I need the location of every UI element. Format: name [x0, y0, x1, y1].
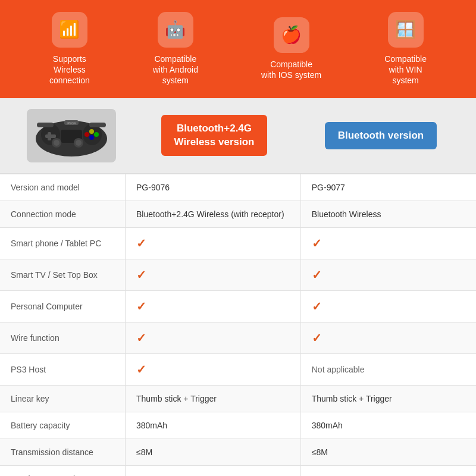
version1-col[interactable]: Bluetooth+2.4GWireless version: [131, 115, 298, 155]
version1-badge[interactable]: Bluetooth+2.4GWireless version: [161, 115, 268, 155]
version1-label: Bluetooth+2.4GWireless version: [174, 123, 255, 147]
version2-col[interactable]: Bluetooth version: [298, 122, 464, 149]
table-row: Linear keyThumb stick + TriggerThumb sti…: [0, 385, 476, 412]
row-label: Version and model: [0, 174, 126, 201]
banner-label-windows: Compatiblewith WINsystem: [384, 54, 427, 86]
svg-rect-15: [89, 123, 106, 127]
check-icon-v1: ✓: [136, 268, 146, 281]
svg-point-5: [54, 140, 60, 146]
row-label: PS3 Host: [0, 353, 126, 385]
row-v1-value: ✓: [126, 290, 301, 322]
banner-item-windows: 🪟 Compatiblewith WINsystem: [384, 12, 427, 86]
product-image: iPEGA: [27, 109, 116, 162]
row-label: Transmission distance: [0, 439, 126, 465]
svg-point-10: [84, 132, 89, 137]
version2-badge[interactable]: Bluetooth version: [325, 122, 437, 149]
table-row: PS3 Host✓Not applicable: [0, 353, 476, 385]
table-row: Wire function✓✓: [0, 322, 476, 353]
table-row: Transmission distance≤8M≤8M: [0, 439, 476, 465]
row-label: Linear key: [0, 385, 126, 412]
row-v2-value: ✓: [300, 259, 476, 290]
product-image-col: iPEGA: [12, 109, 131, 162]
banner-label-wireless: SupportsWirelessconnection: [49, 54, 90, 86]
svg-rect-9: [48, 132, 51, 140]
row-v1-value: 380mAh: [126, 412, 301, 439]
svg-rect-14: [37, 123, 54, 127]
row-v2-value: Not applicable: [300, 353, 476, 385]
table-row: Battery capacity380mAh380mAh: [0, 412, 476, 439]
svg-point-11: [89, 129, 94, 134]
banner-label-android: Compatiblewith Androidsystem: [153, 54, 198, 86]
check-icon-v1: ✓: [136, 237, 146, 250]
row-v2-value: 10H: [300, 465, 476, 476]
row-label: Battery capacity: [0, 412, 126, 439]
check-icon-v2: ✓: [312, 331, 322, 345]
banner-label-ios: Compatiblewith IOS system: [261, 59, 321, 80]
row-v2-value: ✓: [300, 290, 476, 322]
version2-label: Bluetooth version: [338, 130, 424, 141]
row-v2-value: Thumb stick + Trigger: [300, 385, 476, 412]
row-v1-value: ✓: [126, 353, 301, 385]
table-row: Connection modeBluetooth+2.4G Wireless (…: [0, 201, 476, 227]
row-v2-value: 380mAh: [300, 412, 476, 439]
check-icon-v1: ✓: [136, 363, 146, 376]
banner-item-android: 🤖 Compatiblewith Androidsystem: [153, 12, 198, 86]
windows-icon: 🪟: [388, 12, 424, 48]
row-v2-value: ✓: [300, 322, 476, 353]
row-label: Wire function: [0, 322, 126, 353]
check-icon-v2: ✓: [312, 300, 322, 313]
check-icon-v2: ✓: [312, 268, 322, 281]
row-v1-value: PG-9076: [126, 174, 301, 201]
wifi-icon: 📶: [52, 12, 87, 48]
row-v1-value: ≤8M: [126, 439, 301, 465]
row-v1-value: ✓: [126, 322, 301, 353]
table-row: Personal Computer✓✓: [0, 290, 476, 322]
svg-point-7: [76, 140, 82, 146]
row-v2-value: Bluetooth Wireless: [300, 201, 476, 227]
svg-text:iPEGA: iPEGA: [67, 121, 76, 125]
table-row: Smart TV / Set Top Box✓✓: [0, 259, 476, 290]
row-v2-value: PG-9077: [300, 174, 476, 201]
row-v1-value: Bluetooth+2.4G Wireless (with receptor): [126, 201, 301, 227]
table-row: Version and modelPG-9076PG-9077: [0, 174, 476, 201]
check-icon-v1: ✓: [136, 331, 146, 345]
row-v1-value: ✓: [126, 259, 301, 290]
table-row: Continuous use time10H10H: [0, 465, 476, 476]
svg-point-12: [94, 132, 99, 137]
banner-item-wireless: 📶 SupportsWirelessconnection: [49, 12, 90, 86]
row-label: Smart phone / Tablet PC: [0, 227, 126, 259]
banner-item-ios: 🍎 Compatiblewith IOS system: [261, 17, 321, 80]
check-icon-v2: ✓: [312, 237, 322, 250]
android-icon: 🤖: [158, 12, 193, 48]
row-v2-value: ✓: [300, 227, 476, 259]
row-v1-value: Thumb stick + Trigger: [126, 385, 301, 412]
row-label: Connection mode: [0, 201, 126, 227]
row-v2-value: ≤8M: [300, 439, 476, 465]
apple-icon: 🍎: [274, 17, 309, 53]
row-label: Personal Computer: [0, 290, 126, 322]
comparison-table: Version and modelPG-9076PG-9077Connectio…: [0, 174, 476, 476]
row-label: Smart TV / Set Top Box: [0, 259, 126, 290]
row-v1-value: 10H: [126, 465, 301, 476]
row-label: Continuous use time: [0, 465, 126, 476]
na-text: Not applicable: [312, 365, 365, 374]
row-v1-value: ✓: [126, 227, 301, 259]
svg-point-13: [89, 135, 94, 140]
product-header: iPEGA Bluetooth+2.4GWireless version Blu…: [0, 98, 476, 174]
check-icon-v1: ✓: [136, 300, 146, 313]
table-row: Smart phone / Tablet PC✓✓: [0, 227, 476, 259]
top-banner: 📶 SupportsWirelessconnection 🤖 Compatibl…: [0, 0, 476, 98]
